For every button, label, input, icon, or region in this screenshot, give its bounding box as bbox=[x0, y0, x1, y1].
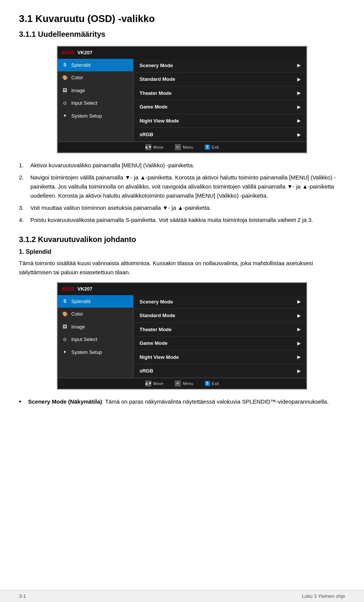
instr-num-3: 3. bbox=[19, 203, 27, 212]
exit-icon-2: S bbox=[205, 381, 210, 386]
input-label-2: Input Select bbox=[71, 336, 97, 343]
osd-right-scenery-2[interactable]: Scenery Mode ▶ bbox=[133, 295, 306, 309]
splendid-icon-2: S bbox=[61, 298, 68, 305]
osd-right-menu-1: Scenery Mode ▶ Standard Mode ▶ Theater M… bbox=[133, 59, 306, 141]
osd-right-nightview-2[interactable]: Night View Mode ▶ bbox=[133, 351, 306, 365]
color-label-1: Color bbox=[71, 74, 83, 82]
osd-left-image-1[interactable]: 🖼 Image bbox=[58, 84, 133, 97]
osd-header-2: /ISUS VK207 bbox=[58, 283, 306, 295]
osd-body-2: S Splendid 🎨 Color 🖼 Image ⊙ Input Selec… bbox=[58, 295, 306, 378]
osd-footer-2: ▲▼ Move ↵ Menu S Exit bbox=[58, 378, 306, 389]
instruction-item-4: 4. Poistu kuvaruutuvalikosta painamalla … bbox=[19, 215, 345, 225]
srgb-chevron-2: ▶ bbox=[297, 368, 300, 374]
osd-right-standard-1[interactable]: Standard Mode ▶ bbox=[133, 72, 306, 86]
move-icon-2: ▲▼ bbox=[145, 380, 151, 387]
instr-text-4: Poistu kuvaruutuvalikosta painamalla S-p… bbox=[30, 215, 313, 225]
menu-label-1: Menu bbox=[183, 144, 193, 151]
sub-title-2: 3.1.2 Kuvaruutuvalikon johdanto bbox=[19, 234, 345, 245]
scenery-chevron-1: ▶ bbox=[297, 62, 300, 69]
instr-num-4: 4. bbox=[19, 215, 27, 225]
osd-model-1: VK207 bbox=[77, 49, 93, 57]
osd-left-splendid-2[interactable]: S Splendid bbox=[58, 295, 133, 308]
input-label-1: Input Select bbox=[71, 99, 97, 107]
osd-body-1: S Splendid 🎨 Color 🖼 Image ⊙ Input Selec… bbox=[58, 59, 306, 141]
system-label-1: System Setup bbox=[71, 112, 102, 120]
nightview-chevron-1: ▶ bbox=[297, 118, 300, 124]
instructions-list: 1. Aktivoi kuvaruutuvalikko painamalla [… bbox=[19, 161, 345, 225]
game-chevron-1: ▶ bbox=[297, 104, 300, 110]
osd-left-input-2[interactable]: ⊙ Input Select bbox=[58, 333, 133, 346]
srgb-chevron-1: ▶ bbox=[297, 132, 300, 138]
osd-left-color-1[interactable]: 🎨 Color bbox=[58, 71, 133, 84]
osd-left-color-2[interactable]: 🎨 Color bbox=[58, 308, 133, 321]
footer-page-num: 3-1 bbox=[19, 593, 26, 600]
osd-right-nightview-1[interactable]: Night View Mode ▶ bbox=[133, 114, 306, 128]
asus-logo-1: /ISUS bbox=[61, 49, 74, 57]
osd-left-menu-2: S Splendid 🎨 Color 🖼 Image ⊙ Input Selec… bbox=[58, 295, 133, 378]
osd-right-theater-2[interactable]: Theater Mode ▶ bbox=[133, 323, 306, 337]
osd-footer-menu-1: ↵ Menu bbox=[175, 144, 193, 151]
image-icon-2: 🖼 bbox=[61, 323, 68, 330]
game-chevron-2: ▶ bbox=[297, 340, 300, 347]
osd-left-menu-1: S Splendid 🎨 Color 🖼 Image ⊙ Input Selec… bbox=[58, 59, 133, 141]
instr-num-2: 2. bbox=[19, 173, 27, 200]
theater-label-2: Theater Mode bbox=[140, 326, 172, 333]
instruction-item-3: 3. Voit muuttaa valitun toiminnon asetuk… bbox=[19, 203, 345, 212]
srgb-label-1: sRGB bbox=[140, 131, 153, 138]
osd-footer-move-2: ▲▼ Move bbox=[145, 380, 163, 387]
splendid-heading: 1. Splendid bbox=[19, 247, 345, 256]
image-label-1: Image bbox=[71, 87, 85, 94]
color-icon-2: 🎨 bbox=[61, 311, 68, 318]
osd-header-1: /ISUS VK207 bbox=[58, 47, 306, 59]
main-title: 3.1 Kuvaruutu (OSD) -valikko bbox=[19, 11, 345, 26]
theater-chevron-1: ▶ bbox=[297, 90, 300, 96]
nightview-label-2: Night View Mode bbox=[140, 354, 179, 361]
theater-chevron-2: ▶ bbox=[297, 326, 300, 333]
menu-icon-1: ↵ bbox=[175, 144, 181, 150]
color-label-2: Color bbox=[71, 310, 83, 318]
bullet-item-1: • Scenery Mode (Näkymätila): Tämä on par… bbox=[19, 397, 345, 407]
menu-icon-2: ↵ bbox=[175, 380, 181, 387]
splendid-label-2: Splendid bbox=[71, 298, 91, 305]
footer-section: Luku 3 Yleinen ohje bbox=[302, 593, 345, 600]
srgb-label-2: sRGB bbox=[140, 367, 153, 375]
scenery-chevron-2: ▶ bbox=[297, 299, 300, 305]
osd-left-image-2[interactable]: 🖼 Image bbox=[58, 321, 133, 333]
osd-right-game-1[interactable]: Game Mode ▶ bbox=[133, 100, 306, 114]
input-icon-2: ⊙ bbox=[61, 336, 68, 343]
sub-title-1: 3.1.1 Uudelleenmääritys bbox=[19, 28, 345, 40]
menu-label-2: Menu bbox=[183, 380, 193, 387]
instr-text-2: Navigoi toimintojen välillä painamalla ▼… bbox=[30, 173, 345, 200]
osd-left-system-1[interactable]: ✦ System Setup bbox=[58, 110, 133, 123]
scenery-desc: : Tämä on paras näkymävalinta näytettäes… bbox=[102, 398, 329, 405]
osd-right-scenery-1[interactable]: Scenery Mode ▶ bbox=[133, 59, 306, 73]
osd-footer-move-1: ▲▼ Move bbox=[145, 144, 163, 151]
osd-model-2: VK207 bbox=[77, 285, 93, 293]
osd-right-standard-2[interactable]: Standard Mode ▶ bbox=[133, 309, 306, 323]
game-label-2: Game Mode bbox=[140, 340, 168, 347]
theater-label-1: Theater Mode bbox=[140, 90, 172, 97]
nightview-label-1: Night View Mode bbox=[140, 117, 179, 125]
scenery-label-1: Scenery Mode bbox=[140, 62, 173, 69]
osd-right-srgb-2[interactable]: sRGB ▶ bbox=[133, 364, 306, 378]
exit-label-2: Exit bbox=[212, 380, 219, 387]
osd-left-system-2[interactable]: ✦ System Setup bbox=[58, 346, 133, 359]
page-footer: 3-1 Luku 3 Yleinen ohje bbox=[0, 590, 364, 602]
exit-label-1: Exit bbox=[212, 144, 219, 151]
instruction-item-2: 2. Navigoi toimintojen välillä painamall… bbox=[19, 173, 345, 200]
scenery-label-2: Scenery Mode bbox=[140, 298, 173, 306]
image-icon-1: 🖼 bbox=[61, 87, 68, 94]
splendid-label-1: Splendid bbox=[71, 61, 91, 69]
osd-footer-1: ▲▼ Move ↵ Menu S Exit bbox=[58, 141, 306, 153]
osd-right-game-2[interactable]: Game Mode ▶ bbox=[133, 336, 306, 351]
input-icon-1: ⊙ bbox=[61, 100, 68, 107]
osd-right-theater-1[interactable]: Theater Mode ▶ bbox=[133, 86, 306, 101]
osd-footer-exit-1: S Exit bbox=[205, 144, 219, 151]
osd-ui-box-1: /ISUS VK207 S Splendid 🎨 Color 🖼 Image ⊙ bbox=[57, 46, 307, 153]
instruction-item-1: 1. Aktivoi kuvaruutuvalikko painamalla [… bbox=[19, 161, 345, 170]
image-label-2: Image bbox=[71, 323, 85, 331]
section-312: 3.1.2 Kuvaruutuvalikon johdanto 1. Splen… bbox=[19, 234, 345, 407]
osd-left-splendid-1[interactable]: S Splendid bbox=[58, 59, 133, 72]
osd-left-input-1[interactable]: ⊙ Input Select bbox=[58, 97, 133, 110]
osd-right-srgb-1[interactable]: sRGB ▶ bbox=[133, 128, 306, 141]
